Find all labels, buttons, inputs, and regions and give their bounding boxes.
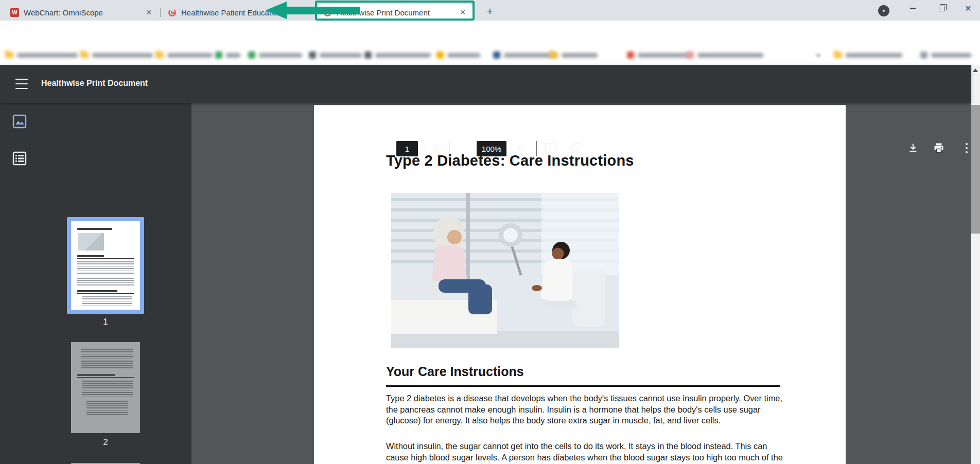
- bookmark-favicon-icon: [248, 51, 255, 59]
- tab-title: WebChart: OmniScope: [24, 8, 140, 17]
- page-total: 3: [433, 144, 437, 152]
- bookmark-label-redacted: [504, 53, 556, 58]
- print-icon[interactable]: [933, 142, 945, 154]
- bookmark-item[interactable]: [493, 49, 556, 61]
- new-tab-button[interactable]: +: [483, 5, 497, 19]
- bookmark-item[interactable]: [687, 49, 763, 61]
- bookmark-item[interactable]: [920, 49, 971, 61]
- download-icon[interactable]: [907, 142, 919, 154]
- thumbnail-1-label: 1: [71, 317, 140, 327]
- bookmark-label-redacted: [320, 53, 362, 58]
- bookmark-favicon-icon: [920, 51, 927, 59]
- restore-icon: [939, 6, 944, 11]
- bookmark-item[interactable]: [155, 49, 213, 61]
- pdf-viewer-area[interactable]: Type 2 Diabetes: Care Instructions: [191, 103, 971, 464]
- tab-print-document[interactable]: Healthwise Print Document ✕: [317, 4, 472, 21]
- bookmark-favicon-icon: [493, 51, 500, 59]
- browser-titlebar: W WebChart: OmniScope ✕ Healthwise Patie…: [0, 0, 980, 21]
- toolbar-separator: [536, 141, 537, 156]
- bookmark-label-redacted: [167, 53, 213, 58]
- bookmark-label-redacted: [375, 53, 431, 58]
- bookmark-favicon-icon: [215, 51, 222, 59]
- bookmark-item[interactable]: [215, 49, 240, 61]
- thumbnail-page-2[interactable]: [71, 342, 140, 433]
- bookmark-favicon-icon: [309, 51, 316, 59]
- minimize-icon: [910, 8, 916, 9]
- tab-title: Healthwise Patient Education: [181, 8, 296, 17]
- page-separator: /: [423, 144, 425, 152]
- bookmark-item[interactable]: [834, 49, 902, 61]
- thumbnail-page-1[interactable]: [67, 217, 144, 314]
- bookmark-item[interactable]: [364, 49, 431, 61]
- section-heading: Your Care Instructions: [386, 364, 780, 387]
- bookmark-item[interactable]: [550, 49, 598, 61]
- toolbar-separator: [449, 141, 449, 156]
- tab-webchart-omniscope[interactable]: W WebChart: OmniScope ✕: [4, 4, 159, 21]
- fit-to-page-icon[interactable]: [545, 142, 557, 154]
- menu-hamburger-icon[interactable]: [15, 79, 28, 89]
- page-number-input[interactable]: 1: [396, 141, 418, 156]
- document-page-1: Type 2 Diabetes: Care Instructions: [314, 105, 846, 464]
- bookmark-favicon-icon: [436, 51, 444, 59]
- bookmark-label-redacted: [447, 53, 480, 58]
- scroll-up-icon[interactable]: [973, 68, 978, 72]
- bookmark-folder-icon: [5, 52, 13, 58]
- url-toolbar: emr.healthwise.net/Fulfillment/Print?dat…: [0, 21, 980, 45]
- tab-close-icon[interactable]: ✕: [144, 8, 153, 17]
- bookmark-item[interactable]: [309, 49, 362, 61]
- tab-close-icon[interactable]: ✕: [301, 8, 310, 17]
- tab-title: Healthwise Print Document: [337, 8, 454, 17]
- thumbnail-1-page: [71, 221, 140, 310]
- rotate-icon[interactable]: [569, 141, 582, 154]
- pdf-sidebar: 1 2 3: [0, 103, 191, 464]
- scrollbar-thumb[interactable]: [971, 105, 980, 234]
- bookmark-folder-icon: [80, 52, 89, 58]
- bookmark-folder-icon: [155, 52, 164, 58]
- bookmark-item[interactable]: [436, 49, 480, 61]
- bookmark-label-redacted: [638, 53, 691, 58]
- browser-window: W WebChart: OmniScope ✕ Healthwise Patie…: [0, 0, 980, 464]
- close-window-button[interactable]: ✕: [956, 0, 980, 16]
- bookmark-folder-icon: [550, 52, 558, 58]
- bookmark-label-redacted: [562, 53, 598, 58]
- document-title: Type 2 Diabetes: Care Instructions: [386, 152, 634, 169]
- bookmark-label-redacted: [259, 53, 302, 58]
- bookmark-favicon-icon: [687, 51, 694, 59]
- zoom-out-button[interactable]: −: [455, 141, 471, 156]
- healthwise-favicon-icon: [168, 8, 177, 17]
- bookmark-item[interactable]: [5, 49, 78, 61]
- bookmark-label-redacted: [846, 53, 902, 58]
- bookmark-folder-icon: [834, 52, 842, 58]
- bookmark-item[interactable]: [80, 49, 153, 61]
- patient-doctor-photo: [391, 193, 619, 348]
- bookmark-item[interactable]: [627, 49, 691, 61]
- bookmark-label-redacted: [931, 53, 971, 58]
- restore-button[interactable]: [930, 0, 953, 16]
- bookmark-label-redacted: [17, 53, 78, 58]
- pdf-document-title: Healthwise Print Document: [41, 79, 148, 88]
- bookmark-item[interactable]: [248, 49, 302, 61]
- thumbnails-view-icon[interactable]: [12, 114, 27, 129]
- minimize-button[interactable]: [901, 0, 924, 16]
- media-controls-button[interactable]: ▼: [878, 5, 889, 16]
- tab-divider: [160, 8, 161, 17]
- pdf-toolbar: Healthwise Print Document 1 / 3 − 100% +: [0, 65, 971, 103]
- zoom-level-input[interactable]: 100%: [477, 141, 506, 156]
- pdf-more-options-icon[interactable]: [960, 143, 973, 155]
- bookmark-favicon-icon: [364, 51, 372, 59]
- webchart-favicon-icon: W: [10, 8, 19, 17]
- healthwise-favicon-icon: [323, 8, 332, 17]
- bookmark-label-redacted: [92, 53, 153, 58]
- thumbnail-2-label: 2: [71, 437, 140, 448]
- bookmark-favicon-icon: [627, 51, 634, 59]
- vertical-scrollbar[interactable]: [971, 65, 980, 464]
- bookmarks-bar: »: [0, 45, 980, 65]
- document-outline-icon[interactable]: [12, 151, 27, 166]
- zoom-in-button[interactable]: +: [512, 141, 528, 156]
- bookmarks-overflow-icon[interactable]: »: [816, 50, 820, 60]
- paragraph-1: Type 2 diabetes is a disease that develo…: [386, 393, 783, 426]
- tab-close-icon[interactable]: ✕: [458, 8, 467, 17]
- bookmark-label-redacted: [226, 53, 240, 58]
- tab-patient-education[interactable]: Healthwise Patient Education ✕: [162, 4, 315, 21]
- bookmark-label-redacted: [697, 53, 763, 58]
